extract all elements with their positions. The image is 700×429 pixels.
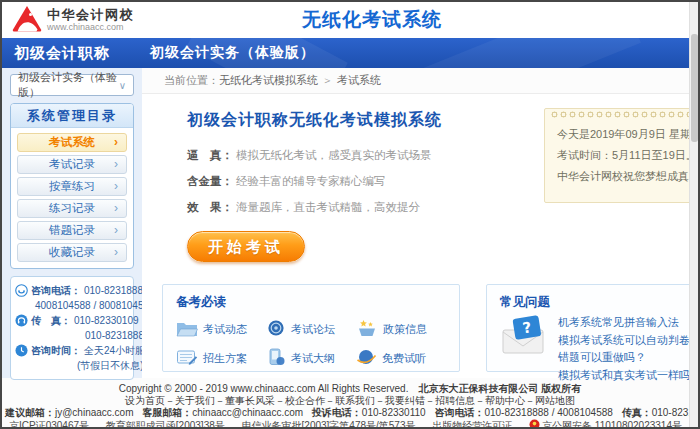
prep-link-exam-news[interactable]: 考试动态 (176, 319, 266, 339)
sidebar-menu-item[interactable]: 考试系统 › (17, 133, 127, 152)
breadcrumb-separator: ＞ (322, 74, 333, 86)
system-menu-panel: 系统管理目录 考试系统 › 考试记录 › (10, 103, 134, 269)
system-title: 无纸化考试系统 (302, 7, 442, 33)
navbar-course: 初级会计实务（体验版） (150, 44, 315, 62)
chevron-right-icon: › (114, 200, 118, 217)
fax-value: 010-82330109 (74, 313, 139, 328)
suggest-email-label: 建议邮箱： (5, 407, 55, 418)
site-logo[interactable]: 中华会计网校 www.chinaacc.com (12, 5, 134, 36)
document-pen-icon (176, 348, 198, 368)
prep-link-policy-info[interactable]: 政策信息 (356, 319, 446, 339)
main-area: 当前位置：无纸化考试模拟系统＞考试系统 初级会计职称无纸化考试模拟系统 逼 真：… (142, 68, 700, 378)
sidebar-menu-item[interactable]: 考试记录 › (17, 155, 127, 174)
prep-links: 考试动态 考试论坛 政策信息 招生方案 (176, 319, 446, 368)
chevron-right-icon: › (114, 156, 118, 173)
footer-link[interactable]: 关于我们 (165, 395, 215, 406)
suggest-email-value: jy@chinaacc.com (55, 407, 134, 418)
sidebar-menu-item[interactable]: 练习记录 › (17, 199, 127, 218)
fax-value-2: 010-82318888 (15, 328, 129, 343)
app-window: 中华会计网校 www.chinaacc.com 无纸化考试系统 初级会计职称 初… (0, 0, 700, 429)
prep-readings-box: 备考必读 考试动态 考试论坛 政策信息 (162, 284, 460, 372)
notepad-info-box: 今天是2019年09月9日 星期一 考试时间：5月11日至19日。 中华会计网校… (544, 108, 700, 203)
site-header: 中华会计网校 www.chinaacc.com 无纸化考试系统 (2, 2, 698, 38)
publication-license: 出版物经营许可证 (432, 420, 512, 429)
feature-line: 效 果：海量题库，直击考试精髓，高效提分 (187, 194, 534, 220)
logo-url: www.chinaacc.com (47, 22, 134, 32)
breadcrumb-current: 考试系统 (337, 74, 381, 86)
sidebar-menu-item-label: 按章练习 (49, 180, 95, 192)
notepad-date-line: 今天是2019年09月9日 星期一 (557, 124, 700, 145)
faq-link[interactable]: 模拟考试和真实考试一样吗？ (558, 367, 700, 385)
start-exam-button[interactable]: 开始考试 (187, 231, 305, 262)
footer-link[interactable]: 设为首页 (125, 395, 165, 406)
feature-label: 含金量： (187, 175, 233, 187)
service-email-value: chinaacc@chinaacc.com (192, 407, 303, 418)
footer-link[interactable]: 联系我们 (325, 395, 375, 406)
prep-link-enrollment-plan[interactable]: 招生方案 (176, 348, 266, 368)
clock-icon (15, 344, 28, 357)
prep-box-title: 备考必读 (176, 294, 446, 311)
contact-panel: 咨询电话： 010-82318888 4008104588 / 80081045… (10, 276, 134, 380)
sidebar-menu-item[interactable]: 错题记录 › (17, 221, 127, 240)
navbar-category: 初级会计职称 (2, 44, 140, 63)
consult-phone-value: 010-82318888 / 4008104588 (484, 407, 612, 418)
logo-triangle-icon (12, 5, 42, 36)
footer-link[interactable]: 董事长风采 (215, 395, 275, 406)
feature-label: 逼 真： (187, 149, 233, 161)
notepad-exam-time-line: 考试时间：5月11日至19日。 (557, 145, 700, 166)
logo-text: 中华会计网校 www.chinaacc.com (47, 8, 134, 32)
prep-link-exam-outline[interactable]: 考试大纲 (266, 348, 356, 368)
folder-icon (176, 319, 198, 339)
footer-link[interactable]: 帮助中心 (475, 395, 525, 406)
sidebar-menu-item-label: 错题记录 (49, 224, 95, 236)
public-security-license: 京公网安备 11010802023314号 (529, 420, 682, 429)
faq-link[interactable]: 机考系统常见拼音输入法 (558, 314, 700, 332)
service-email-label: 客服邮箱： (142, 407, 192, 418)
footer-link[interactable]: 我要纠错 (375, 395, 425, 406)
copyright-text: Copyright © 2000 - 2019 www.chinaacc.com… (119, 383, 409, 394)
prep-link-exam-forum[interactable]: 考试论坛 (266, 319, 356, 339)
sidebar-menu-item-label: 考试记录 (49, 158, 95, 170)
sidebar-menu-item[interactable]: 按章练习 › (17, 177, 127, 196)
fax-label: 传 真： (31, 313, 71, 328)
sidebar: 初级会计实务（体验版） ∨ 系统管理目录 考试系统 › 考试记录 › (2, 68, 142, 378)
notepad-wish-line: 中华会计网校祝您梦想成真！ (557, 166, 700, 187)
question-mail-icon: ? (500, 314, 550, 360)
footer: Copyright © 2000 - 2019 www.chinaacc.com… (2, 378, 698, 427)
complaint-phone-label: 投诉电话： (312, 407, 362, 418)
phone-icon (15, 284, 28, 297)
faq-link[interactable]: 模拟考试系统可以自动判卷吗？ (558, 332, 700, 350)
phone-value-2: 4008104588 / 8008104588 (15, 298, 129, 313)
footer-link[interactable]: 网站地图 (525, 395, 575, 406)
feature-label: 效 果： (187, 201, 233, 213)
icp-license: 京ICP证030467号 (9, 420, 89, 429)
course-dropdown[interactable]: 初级会计实务（体验版） ∨ (10, 74, 134, 96)
feature-line: 含金量：经验丰富的辅导专家精心编写 (187, 168, 534, 194)
footer-license-line: 京ICP证030467号 教育部职成司函[2003]38号 电信业务审批[200… (2, 419, 698, 429)
breadcrumb-parent-link[interactable]: 无纸化考试模拟系统 (219, 74, 318, 86)
footer-contact-line: 建议邮箱：jy@chinaacc.com 客服邮箱：chinaacc@china… (2, 407, 698, 418)
fax-footer-label: 传真： (622, 407, 652, 418)
footer-links: 设为首页关于我们董事长风采校企合作联系我们我要纠错招聘信息帮助中心网站地图 (2, 395, 698, 406)
footer-copyright-line: Copyright © 2000 - 2019 www.chinaacc.com… (2, 383, 698, 394)
vertical-scrollbar[interactable] (689, 2, 698, 427)
prep-link-free-trial[interactable]: 免费试听 (356, 348, 446, 368)
feature-list: 逼 真：模拟无纸化考试，感受真实的考试场景 含金量：经验丰富的辅导专家精心编写 … (187, 142, 534, 220)
footer-link[interactable]: 校企合作 (275, 395, 325, 406)
telecom-license: 电信业务审批[2003]字第478号/第573号 (242, 420, 416, 429)
navbar: 初级会计职称 初级会计实务（体验版） (2, 38, 698, 68)
chevron-right-icon: › (114, 222, 118, 239)
time-value-2: (节假日不休息) (15, 358, 129, 373)
scrollbar-thumb[interactable] (691, 34, 698, 142)
globe-swoosh-icon (356, 348, 377, 368)
chevron-right-icon: › (114, 134, 118, 151)
feature-text: 经验丰富的辅导专家精心编写 (236, 175, 386, 187)
menu-title: 系统管理目录 (11, 104, 133, 128)
feature-line: 逼 真：模拟无纸化考试，感受真实的考试场景 (187, 142, 534, 168)
footer-link[interactable]: 招聘信息 (425, 395, 475, 406)
phone-value: 010-82318888 (84, 283, 149, 298)
sidebar-menu-item[interactable]: 收藏记录 › (17, 243, 127, 262)
faq-link[interactable]: 错题可以重做吗？ (558, 349, 700, 367)
phone-label: 咨询电话： (31, 283, 81, 298)
faq-box-title: 常见问题 (500, 294, 700, 311)
